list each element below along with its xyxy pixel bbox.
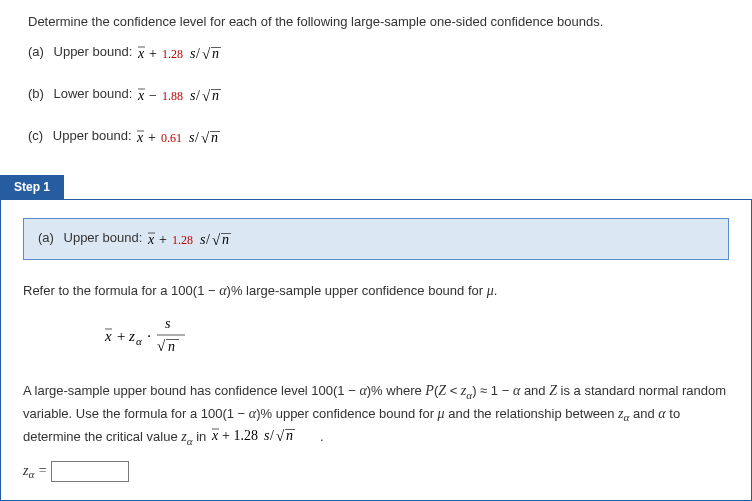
svg-text:/: / [206, 232, 210, 247]
svg-text:s: s [165, 316, 171, 331]
part-c: (c) Upper bound: x + 0.61 s / √ n [28, 127, 724, 147]
part-c-bound-text: Upper bound: [53, 128, 135, 143]
svg-text:n: n [168, 339, 175, 354]
explanation-text: A large-sample upper bound has confidenc… [23, 380, 729, 448]
svg-text:x: x [137, 88, 145, 103]
part-b: (b) Lower bound: x − 1.88 s / √ n [28, 85, 724, 105]
svg-text:+: + [116, 328, 126, 344]
part-a-expression: x + 1.28 s / √ n [136, 43, 256, 63]
question-prompt: Determine the confidence level for each … [28, 14, 724, 29]
svg-text:+: + [159, 232, 167, 247]
svg-text:n: n [212, 46, 219, 61]
z-alpha-input-row: zα = [23, 461, 729, 482]
svg-text:α: α [136, 335, 142, 347]
svg-text:√: √ [201, 130, 210, 146]
substep-a-label: (a) [38, 230, 54, 245]
svg-text:+: + [148, 130, 156, 145]
svg-text:x: x [104, 328, 112, 344]
svg-text:√: √ [202, 88, 211, 104]
z-alpha-label: zα = [23, 463, 51, 478]
svg-text:1.88: 1.88 [162, 89, 183, 103]
svg-text:/: / [270, 428, 274, 443]
svg-text:/: / [196, 88, 200, 103]
part-a-label: (a) [28, 44, 44, 59]
svg-text:0.61: 0.61 [161, 131, 182, 145]
svg-text:√: √ [212, 232, 221, 248]
refer-formula-text: Refer to the formula for a 100(1 − α)% l… [23, 280, 729, 302]
svg-text:1.28: 1.28 [162, 47, 183, 61]
svg-text:−: − [149, 88, 157, 103]
svg-text:1.28: 1.28 [172, 233, 193, 247]
svg-text:+: + [149, 46, 157, 61]
step-1-substep-a: (a) Upper bound: x + 1.28 s / √ n [23, 218, 729, 260]
part-a: (a) Upper bound: x + 1.28 s / √ n [28, 43, 724, 63]
svg-text:√: √ [202, 46, 211, 62]
part-b-label: (b) [28, 86, 44, 101]
svg-text:+ 1.28: + 1.28 [222, 428, 258, 443]
svg-text:n: n [212, 88, 219, 103]
svg-text:z: z [128, 328, 135, 344]
part-c-label: (c) [28, 128, 43, 143]
substep-a-bound-text: Upper bound: [64, 230, 146, 245]
svg-text:/: / [195, 130, 199, 145]
svg-text:x: x [147, 232, 155, 247]
svg-text:√: √ [157, 338, 166, 354]
svg-text:x: x [136, 130, 144, 145]
svg-text:n: n [222, 232, 229, 247]
svg-text:√: √ [276, 428, 285, 444]
svg-text:n: n [286, 428, 293, 443]
svg-text:x: x [211, 428, 219, 443]
svg-text:/: / [196, 46, 200, 61]
svg-text:x: x [137, 46, 145, 61]
step-1-tab: Step 1 [0, 175, 64, 199]
upper-bound-formula: x + z α · s √ n [103, 314, 729, 362]
z-alpha-input[interactable] [51, 461, 129, 482]
svg-text:n: n [211, 130, 218, 145]
part-b-expression: x − 1.88 s / √ n [136, 85, 256, 105]
part-c-expression: x + 0.61 s / √ n [135, 127, 255, 147]
step-1-box: (a) Upper bound: x + 1.28 s / √ n Refer … [0, 199, 752, 501]
part-a-bound-text: Upper bound: [54, 44, 136, 59]
part-b-bound-text: Lower bound: [54, 86, 136, 101]
substep-a-expression: x + 1.28 s / √ n [146, 229, 266, 249]
svg-text:·: · [147, 328, 151, 344]
